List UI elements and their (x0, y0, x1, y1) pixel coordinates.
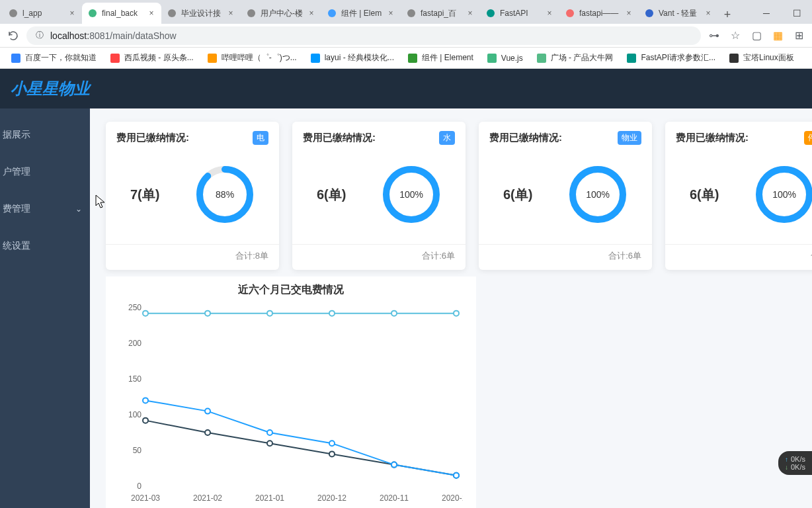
new-tab-button[interactable]: + (718, 5, 737, 24)
chart-data-point[interactable] (205, 311, 210, 316)
card-count: 7(单) (130, 186, 159, 204)
card-title: 费用已缴纳情况: (303, 132, 376, 144)
browser-tab[interactable]: 组件 | Elem× (321, 3, 401, 24)
browser-tab[interactable]: Vant - 轻量× (639, 3, 718, 24)
browser-tab[interactable]: FastAPI× (480, 3, 559, 24)
minimize-button[interactable]: ─ (751, 3, 782, 24)
card-title: 费用已缴纳情况: (116, 132, 189, 144)
bookmark-item[interactable]: 宝塔Linux面板 (723, 50, 799, 66)
tab-favicon (87, 8, 98, 19)
chart-data-point[interactable] (143, 311, 148, 316)
extension-icon-3[interactable]: ⊞ (791, 28, 807, 44)
bookmark-item[interactable]: 组件 | Element (402, 50, 479, 66)
chart-data-point[interactable] (329, 311, 335, 316)
chart-data-point[interactable] (454, 473, 459, 478)
stat-card: 费用已缴纳情况: 物业 6(单) 100% 合计:6单 (479, 122, 652, 270)
chart-data-point[interactable] (391, 311, 397, 316)
sidebar-item-label: 据展示 (3, 129, 30, 141)
sidebar-item[interactable]: 户管理 (0, 153, 90, 190)
bookmark-item[interactable]: Vue.js (481, 50, 528, 66)
sidebar-item[interactable]: 费管理⌄ (0, 190, 90, 228)
tab-favicon (485, 8, 496, 19)
bookmark-item[interactable]: layui - 经典模块化... (305, 50, 399, 66)
tab-favicon (565, 8, 575, 19)
stat-card: 费用已缴纳情况: 电 7(单) 88% 合计:8单 (106, 122, 279, 270)
bookmark-favicon (207, 53, 218, 64)
bookmark-item[interactable]: FastAPI请求参数汇... (621, 50, 721, 66)
chart-data-point[interactable] (329, 451, 335, 456)
chart-data-point[interactable] (143, 398, 148, 403)
chart-data-point[interactable] (267, 430, 272, 435)
x-tick-label: 2021-01 (255, 493, 284, 503)
browser-tab[interactable]: 用户中心-楼× (241, 3, 321, 24)
card-count: 6(单) (317, 186, 346, 204)
bookmark-item[interactable]: 广场 - 产品大牛网 (531, 50, 619, 66)
network-speed-widget[interactable]: ↑0K/s ↓0K/s (778, 451, 812, 475)
card-badge: 电 (253, 131, 268, 145)
browser-tab[interactable]: l_app× (3, 3, 82, 24)
chart-data-point[interactable] (205, 430, 210, 435)
bookmark-label: layui - 经典模块化... (325, 52, 394, 64)
x-tick-label: 2020-12 (317, 493, 346, 503)
bookmark-label: 组件 | Element (422, 52, 473, 64)
download-arrow-icon: ↓ (785, 464, 788, 471)
bookmark-label: 广场 - 产品大牛网 (551, 52, 614, 64)
extension-icon-1[interactable]: ▢ (749, 28, 764, 44)
tab-close-icon[interactable]: × (466, 9, 475, 18)
svg-rect-10 (110, 54, 120, 63)
bookmark-item[interactable]: 百度一下，你就知道 (5, 50, 102, 66)
browser-tab[interactable]: fastapi——× (559, 3, 639, 24)
tab-close-icon[interactable]: × (386, 9, 395, 18)
maximize-button[interactable]: ☐ (782, 3, 812, 24)
svg-rect-13 (408, 54, 417, 63)
progress-percent: 100% (568, 165, 628, 224)
y-tick-label: 100 (128, 410, 142, 419)
svg-point-2 (168, 9, 176, 17)
line-chart[interactable]: 0501001502002502021-032021-022021-012020… (119, 301, 463, 506)
x-tick-label: 2020-10 (442, 493, 463, 503)
reload-icon[interactable] (5, 28, 21, 44)
chart-data-point[interactable] (391, 462, 397, 468)
svg-point-7 (566, 9, 574, 17)
tab-close-icon[interactable]: × (147, 9, 156, 18)
tab-title: fastapi—— (579, 9, 620, 18)
tab-close-icon[interactable]: × (624, 9, 633, 18)
info-icon: ⓘ (34, 30, 45, 41)
sidebar-item[interactable]: 统设置 (0, 228, 90, 265)
extension-icon-2[interactable]: ▦ (770, 28, 786, 44)
bookmark-item[interactable]: 西瓜视频 - 原头条... (104, 50, 199, 66)
sidebar-item-label: 统设置 (3, 240, 30, 252)
tab-close-icon[interactable]: × (704, 9, 713, 18)
sidebar-item[interactable]: 据展示 (0, 116, 90, 153)
chart-data-point[interactable] (454, 311, 459, 316)
chart-data-point[interactable] (143, 418, 148, 423)
url-input[interactable]: ⓘ localhost:8081/main/dataShow (26, 26, 701, 45)
browser-tab[interactable]: 毕业设计接× (161, 3, 241, 24)
stat-card: 费用已缴纳情况: 停车 6(单) 100% 合计 (665, 122, 812, 270)
chart-data-point[interactable] (329, 441, 335, 446)
card-title: 费用已缴纳情况: (489, 132, 562, 144)
tab-close-icon[interactable]: × (307, 9, 316, 18)
chart-data-point[interactable] (205, 409, 210, 414)
star-icon[interactable]: ☆ (727, 28, 743, 44)
card-badge: 停车 (804, 131, 812, 145)
tab-favicon (644, 8, 655, 19)
bookmark-item[interactable]: 哔哩哔哩（゜-゜)つ... (202, 50, 302, 66)
y-tick-label: 200 (128, 339, 142, 348)
card-footer: 合计 (665, 244, 812, 270)
card-footer: 合计:6单 (292, 244, 466, 270)
key-icon[interactable]: ⊶ (706, 28, 722, 44)
address-bar: ⓘ localhost:8081/main/dataShow ⊶ ☆ ▢ ▦ ⊞ (0, 24, 812, 48)
chart-data-point[interactable] (267, 311, 272, 316)
browser-tab[interactable]: final_back× (82, 3, 161, 24)
chart-data-point[interactable] (267, 441, 272, 446)
stat-cards-row: 费用已缴纳情况: 电 7(单) 88% 合计:8单 费用已缴纳情况: 水 6(单… (106, 122, 812, 270)
tab-close-icon[interactable]: × (67, 9, 77, 18)
chart-series-line (145, 400, 456, 475)
browser-tab[interactable]: fastapi_百× (401, 3, 480, 24)
progress-ring: 100% (568, 165, 628, 224)
tab-favicon (406, 8, 417, 19)
tab-close-icon[interactable]: × (545, 9, 554, 18)
tab-close-icon[interactable]: × (226, 9, 235, 18)
svg-rect-9 (11, 54, 20, 63)
